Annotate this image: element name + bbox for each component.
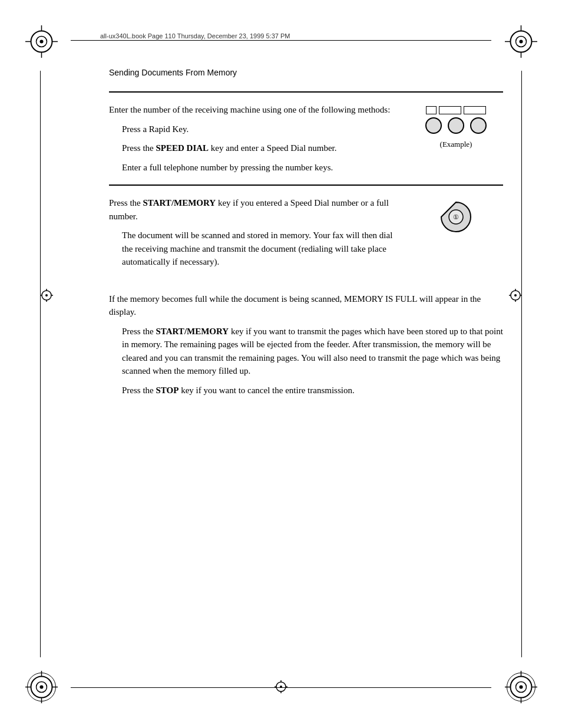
start-image-col: ① [409, 196, 503, 235]
key-rect-2 [439, 106, 461, 114]
corner-mark-tl [24, 24, 59, 59]
memory-para2-bold: STOP [156, 386, 179, 395]
method2-suffix: key and enter a Speed Dial number. [209, 143, 336, 153]
memory-para2: Press the STOP key if you want to cancel… [122, 384, 503, 397]
memory-para1: Press the START/MEMORY key if you want t… [122, 325, 503, 378]
page-heading: Sending Documents From Memory [109, 68, 237, 77]
svg-point-24 [519, 685, 523, 689]
corner-mark-br [503, 669, 538, 704]
bordered-section: Enter the number of the receiving machin… [109, 91, 503, 186]
key-display-illus [425, 106, 487, 134]
memory-section: If the memory becomes full while the doc… [109, 292, 503, 397]
start-detail: The document will be scanned and stored … [122, 229, 397, 269]
memory-para2-suffix: key if you want to cancel the entire tra… [178, 386, 354, 395]
bordered-text-col: Enter the number of the receiving machin… [109, 103, 409, 174]
side-mark-right [509, 289, 522, 302]
svg-point-37 [514, 294, 517, 297]
intro-text: Enter the number of the receiving machin… [109, 103, 397, 117]
svg-point-16 [39, 685, 43, 689]
method2-prefix: Press the [122, 143, 156, 153]
memory-para2-prefix: Press the [122, 386, 156, 395]
key-display-col: (Example) [409, 103, 503, 149]
corner-mark-tr [503, 24, 538, 59]
svg-point-31 [45, 294, 48, 297]
method2-text: Press the SPEED DIAL key and enter a Spe… [122, 141, 397, 155]
header-file-info: all-ux340L.book Page 110 Thursday, Decem… [100, 32, 290, 39]
method1-text: Press a Rapid Key. [122, 123, 397, 136]
hline-top [71, 40, 491, 41]
key-circle-2 [448, 117, 464, 134]
start-text-col: Press the START/MEMORY key if you entere… [109, 196, 409, 269]
memory-intro: If the memory becomes full while the doc… [109, 292, 503, 319]
corner-mark-bl [24, 669, 59, 704]
key-circles [425, 117, 487, 134]
key-circle-3 [470, 117, 487, 134]
method2-bold: SPEED DIAL [156, 143, 209, 153]
key-circle-1 [425, 117, 442, 134]
svg-point-2 [39, 39, 43, 43]
bottom-center-mark [275, 680, 287, 696]
side-mark-left [40, 289, 53, 302]
start-button-illus: ① [438, 199, 474, 235]
key-rect-1 [426, 106, 437, 114]
method3-text: Enter a full telephone number by pressin… [122, 161, 397, 174]
start-line1: Press the START/MEMORY key if you entere… [109, 196, 397, 223]
key-rect-3 [464, 106, 486, 114]
vline-right [521, 71, 522, 657]
example-label: (Example) [440, 140, 472, 149]
svg-point-45 [280, 686, 282, 688]
main-content: Enter the number of the receiving machin… [109, 91, 503, 651]
start-prefix: Press the [109, 198, 143, 207]
svg-point-9 [519, 39, 523, 43]
svg-text:①: ① [453, 213, 459, 220]
start-bold: START/MEMORY [143, 198, 216, 207]
memory-para1-prefix: Press the [122, 327, 156, 336]
vline-left [40, 71, 41, 657]
memory-para1-bold: START/MEMORY [156, 327, 229, 336]
start-section: Press the START/MEMORY key if you entere… [109, 196, 503, 275]
key-bar [426, 106, 486, 114]
